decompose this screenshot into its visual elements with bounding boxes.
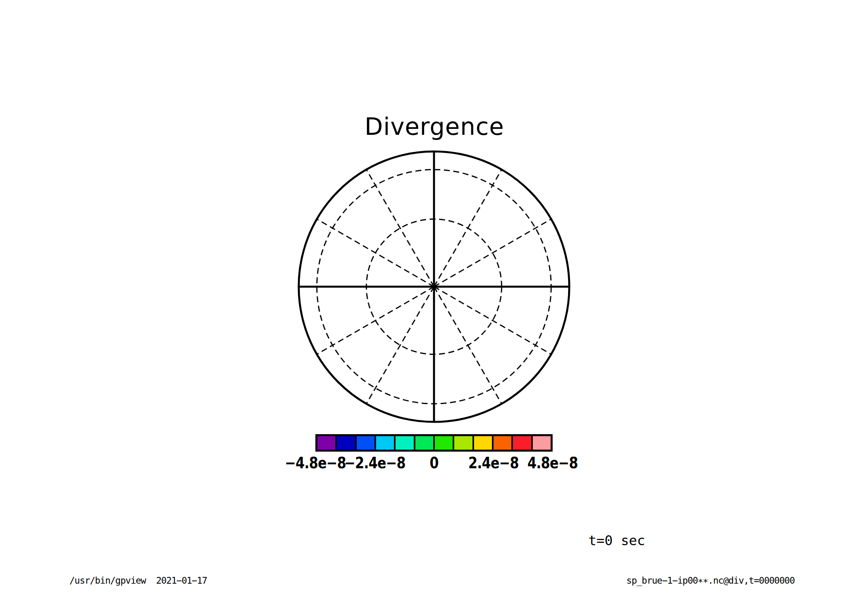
meridian-line-dashed bbox=[317, 287, 434, 354]
meridian-line-dashed bbox=[317, 219, 434, 287]
colorbar-tick-label: −4.8e−8 bbox=[285, 455, 346, 471]
meridian-line-dashed bbox=[367, 170, 434, 287]
colorbar-tick-label: 4.8e−8 bbox=[528, 455, 578, 471]
colorbar bbox=[315, 434, 553, 452]
colorbar-tick-label: −2.4e−8 bbox=[344, 455, 405, 471]
colorbar-cell-9 bbox=[492, 436, 511, 450]
meridian-line-dashed bbox=[434, 170, 502, 287]
colorbar-cell-2 bbox=[355, 436, 374, 450]
colorbar-cell-0 bbox=[317, 436, 335, 450]
footer-command-date: /usr/bin/gpview 2021−01−17 bbox=[69, 576, 207, 586]
colorbar-cell-3 bbox=[374, 436, 394, 450]
meridian-line-dashed bbox=[434, 287, 502, 404]
meridian-line-dashed bbox=[434, 219, 551, 287]
colorbar-cell-6 bbox=[433, 436, 453, 450]
colorbar-cell-1 bbox=[335, 436, 355, 450]
colorbar-cell-4 bbox=[394, 436, 413, 450]
colorbar-cell-5 bbox=[414, 436, 433, 450]
colorbar-cell-11 bbox=[531, 436, 551, 450]
plot-title: Divergence bbox=[365, 113, 504, 140]
colorbar-tick-label: 0 bbox=[430, 455, 438, 471]
polar-grid bbox=[295, 148, 573, 425]
footer-source-file: sp_brue−1−ip00∗∗.nc@div,t=0000000 bbox=[626, 576, 795, 586]
colorbar-cell-7 bbox=[453, 436, 472, 450]
time-annotation: t=0 sec bbox=[588, 533, 645, 548]
colorbar-tick-label: 2.4e−8 bbox=[468, 455, 518, 471]
meridian-line-dashed bbox=[434, 287, 551, 354]
colorbar-cell-8 bbox=[472, 436, 492, 450]
meridian-line-dashed bbox=[367, 287, 434, 404]
colorbar-cell-10 bbox=[511, 436, 531, 450]
